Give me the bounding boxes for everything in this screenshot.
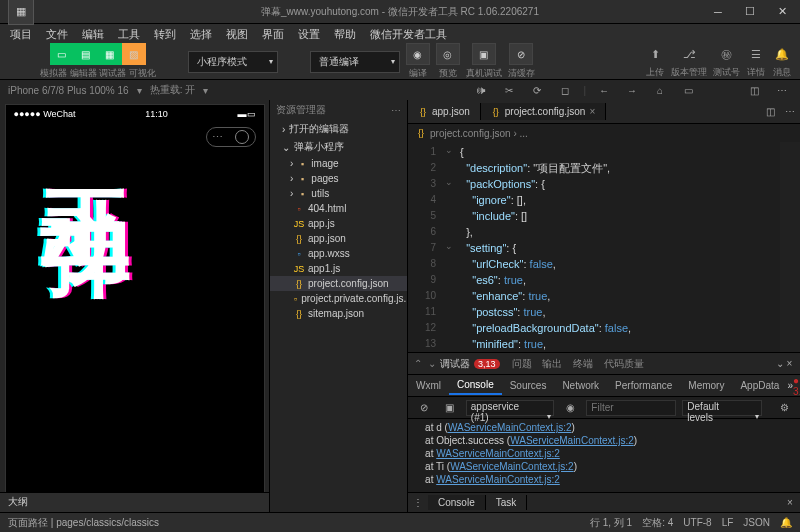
tree-file[interactable]: JSapp1.js: [270, 261, 407, 276]
simulator-toggle[interactable]: ▭: [50, 43, 74, 65]
maximize-button[interactable]: ☐: [740, 5, 760, 19]
devtools-tab-console[interactable]: Console: [449, 376, 502, 395]
more-icon[interactable]: ⋮: [408, 493, 428, 513]
menu-编辑[interactable]: 编辑: [76, 25, 110, 44]
tree-file[interactable]: {}sitemap.json: [270, 306, 407, 321]
more-icon[interactable]: ⋯: [391, 105, 401, 116]
menu-工具[interactable]: 工具: [112, 25, 146, 44]
editor-tab-project-config[interactable]: {}project.config.json×: [481, 103, 606, 120]
compile-select[interactable]: 普通编译: [310, 51, 400, 73]
code-editor[interactable]: 12345678910111213141516 ⌄⌄⌄ { "descripti…: [408, 142, 800, 352]
forward-icon[interactable]: →: [622, 80, 642, 100]
minimap[interactable]: [780, 142, 800, 352]
tree-folder[interactable]: ›▪utils: [270, 186, 407, 201]
tree-file[interactable]: JSapp.js: [270, 216, 407, 231]
close-icon[interactable]: ×: [589, 106, 595, 117]
breadcrumb[interactable]: project.config.json › ...: [430, 128, 528, 139]
menu-视图[interactable]: 视图: [220, 25, 254, 44]
device-label[interactable]: iPhone 6/7/8 Plus 100% 16: [8, 85, 129, 96]
stop-icon[interactable]: ◻: [555, 80, 575, 100]
bell-icon[interactable]: 🔔: [780, 517, 792, 528]
devtools-tab-performance[interactable]: Performance: [607, 377, 680, 394]
editor-toggle[interactable]: ▤: [74, 43, 98, 65]
testid-button[interactable]: ㊙: [717, 44, 737, 64]
eye-icon[interactable]: ◉: [560, 398, 580, 418]
mode-select[interactable]: 小程序模式: [188, 51, 278, 73]
home-icon[interactable]: ⌂: [650, 80, 670, 100]
devtools-tab-network[interactable]: Network: [554, 377, 607, 394]
menu-项目[interactable]: 项目: [4, 25, 38, 44]
close-icon[interactable]: ×: [780, 493, 800, 513]
menu-帮助[interactable]: 帮助: [328, 25, 362, 44]
status-eol[interactable]: LF: [722, 517, 734, 528]
tree-file[interactable]: {}project.config.json: [270, 276, 407, 291]
dt-header-item[interactable]: 代码质量: [604, 358, 644, 369]
devtools-tab-sources[interactable]: Sources: [502, 377, 555, 394]
more-icon[interactable]: ⋯: [780, 102, 800, 122]
menu-文件[interactable]: 文件: [40, 25, 74, 44]
visual-toggle[interactable]: ▨: [122, 43, 146, 65]
clear-cache-button[interactable]: ⊘: [509, 43, 533, 65]
tree-file[interactable]: ▫404.html: [270, 201, 407, 216]
status-path[interactable]: 页面路径 | pages/classics/classics: [8, 516, 159, 530]
chevron-up-icon[interactable]: ⌃: [414, 358, 422, 369]
close-icon[interactable]: ⌄ ×: [774, 354, 794, 374]
tree-root[interactable]: ⌄弹幕小程序: [270, 138, 407, 156]
bottom-tab-console[interactable]: Console: [428, 495, 486, 510]
levels-select[interactable]: Default levels: [682, 400, 762, 416]
dt-header-item[interactable]: 问题: [512, 358, 535, 369]
upload-button[interactable]: ⬆: [645, 44, 665, 64]
split-editor-icon[interactable]: ◫: [760, 102, 780, 122]
more-icon[interactable]: ⋯: [772, 80, 792, 100]
cut-icon[interactable]: ✂: [499, 80, 519, 100]
devtools-tab-wxml[interactable]: Wxml: [408, 377, 449, 394]
menu-界面[interactable]: 界面: [256, 25, 290, 44]
inspect-icon[interactable]: ▣: [440, 398, 460, 418]
tree-open-editors[interactable]: ›打开的编辑器: [270, 120, 407, 138]
split-icon[interactable]: ◫: [744, 80, 764, 100]
console-line: at Ti (WAServiceMainContext.js:2): [414, 460, 794, 473]
devtools-tab-memory[interactable]: Memory: [680, 377, 732, 394]
status-lang[interactable]: JSON: [743, 517, 770, 528]
menu-选择[interactable]: 选择: [184, 25, 218, 44]
preview-button[interactable]: ◎: [436, 43, 460, 65]
tree-file[interactable]: ▫app.wxss: [270, 246, 407, 261]
refresh-icon[interactable]: ⟳: [527, 80, 547, 100]
phone-capsule[interactable]: ⋯: [206, 127, 256, 147]
close-button[interactable]: ✕: [772, 5, 792, 19]
context-select[interactable]: appservice (#1): [466, 400, 555, 416]
tree-folder[interactable]: ›▪image: [270, 156, 407, 171]
editor-tab-app-json[interactable]: {}app.json: [408, 103, 481, 120]
compile-button[interactable]: ◉: [406, 43, 430, 65]
devtools-debugger-label[interactable]: 调试器: [440, 357, 470, 371]
message-button[interactable]: 🔔: [772, 44, 792, 64]
hot-reload-label[interactable]: 热重载: 开: [150, 83, 196, 97]
status-line[interactable]: 行 1, 列 1: [590, 516, 632, 530]
clear-console-icon[interactable]: ⊘: [414, 398, 434, 418]
devtools-tab-appdata[interactable]: AppData: [732, 377, 787, 394]
menu-设置[interactable]: 设置: [292, 25, 326, 44]
sound-icon[interactable]: 🕪: [471, 80, 491, 100]
version-button[interactable]: ⎇: [679, 44, 699, 64]
detail-button[interactable]: ☰: [746, 44, 766, 64]
debugger-toggle[interactable]: ▦: [98, 43, 122, 65]
remote-debug-button[interactable]: ▣: [472, 43, 496, 65]
menu-转到[interactable]: 转到: [148, 25, 182, 44]
gear-icon[interactable]: ⚙: [774, 398, 794, 418]
dt-header-item[interactable]: 终端: [573, 358, 596, 369]
menu-微信开发者工具[interactable]: 微信开发者工具: [364, 25, 453, 44]
open-icon[interactable]: ▭: [678, 80, 698, 100]
outline-panel-header[interactable]: 大纲: [0, 492, 269, 512]
tree-file[interactable]: ▫project.private.config.js...: [270, 291, 407, 306]
dt-header-item[interactable]: 输出: [542, 358, 565, 369]
simulator-view[interactable]: ●●●●● WeChat 11:10 ▬▭ ⋯ 弹动王: [5, 104, 265, 512]
console-filter[interactable]: [586, 400, 676, 416]
bottom-tab-task[interactable]: Task: [486, 495, 528, 510]
tree-folder[interactable]: ›▪pages: [270, 171, 407, 186]
status-spaces[interactable]: 空格: 4: [642, 516, 673, 530]
minimize-button[interactable]: ─: [708, 5, 728, 19]
chevron-down-icon[interactable]: ⌄: [428, 358, 436, 369]
tree-file[interactable]: {}app.json: [270, 231, 407, 246]
back-icon[interactable]: ←: [594, 80, 614, 100]
status-encoding[interactable]: UTF-8: [683, 517, 711, 528]
